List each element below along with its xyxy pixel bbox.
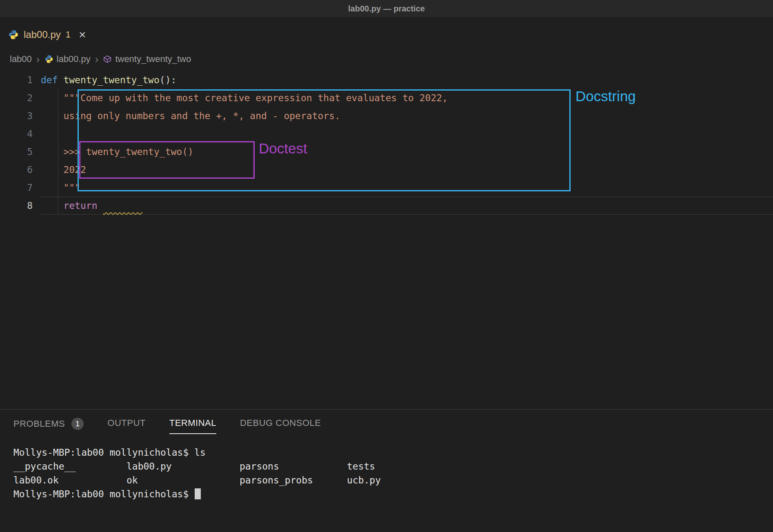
doctest-annotation-label: Doctest: [259, 140, 307, 157]
panel-tab-label: TERMINAL: [169, 418, 216, 428]
panel-tab-debug-console[interactable]: DEBUG CONSOLE: [240, 418, 321, 433]
code-text: >>> twenty_twenty_two(): [41, 143, 773, 161]
breadcrumb-item-symbol[interactable]: twenty_twenty_two: [103, 54, 191, 64]
chevron-right-icon: ›: [36, 54, 40, 64]
code-line-6[interactable]: 6 2022: [0, 161, 773, 179]
code-token: def: [41, 75, 58, 85]
titlebar: lab00.py — practice: [0, 0, 773, 17]
panel-tab-terminal[interactable]: TERMINAL: [169, 418, 216, 434]
breadcrumb: lab00 › lab00.py › twenty_twenty_two: [0, 47, 773, 71]
terminal-cursor: [195, 488, 201, 499]
code-token: [97, 200, 103, 211]
code-editor[interactable]: 1def twenty_twenty_two():2 """Come up wi…: [0, 71, 773, 409]
code-token: [41, 200, 63, 211]
line-number: 8: [0, 197, 41, 215]
code-token: """: [63, 182, 80, 193]
terminal-line: __pycache__ lab00.py parsons tests: [13, 459, 773, 473]
python-icon: [8, 29, 19, 40]
code-token: [41, 111, 63, 121]
panel-tab-label: DEBUG CONSOLE: [240, 418, 321, 428]
code-line-1[interactable]: 1def twenty_twenty_two():: [0, 71, 773, 89]
terminal-line: Mollys-MBP:lab00 mollynicholas$ ls: [13, 446, 773, 459]
code-text: """Come up with the most creative expres…: [41, 89, 773, 107]
code-line-2[interactable]: 2 """Come up with the most creative expr…: [0, 89, 773, 107]
python-icon: [44, 55, 53, 64]
line-number: 7: [0, 179, 41, 197]
code-text: [41, 125, 773, 143]
code-token: 2022: [63, 164, 86, 175]
tab-close-icon[interactable]: ×: [79, 29, 86, 41]
code-token: [41, 164, 63, 175]
terminal-line: lab00.ok ok parsons_probs ucb.py: [13, 473, 773, 487]
code-lines: 1def twenty_twenty_two():2 """Come up wi…: [0, 71, 773, 215]
breadcrumb-item-lab00[interactable]: lab00: [10, 54, 32, 64]
panel-tab-output[interactable]: OUTPUT: [107, 418, 145, 433]
tab-modified-badge: 1: [66, 29, 71, 40]
code-token: [41, 93, 63, 103]
code-token: [41, 182, 63, 193]
breadcrumb-label: lab00.py: [57, 54, 91, 64]
chevron-right-icon: ›: [95, 54, 99, 64]
line-number: 1: [0, 71, 41, 89]
code-line-5[interactable]: 5 >>> twenty_twenty_two(): [0, 143, 773, 161]
warning-squiggle: [103, 200, 142, 211]
panel-tabs: PROBLEMS1OUTPUTTERMINALDEBUG CONSOLE: [0, 410, 773, 435]
terminal-line: Mollys-MBP:lab00 mollynicholas$: [13, 487, 773, 501]
panel-tab-label: PROBLEMS: [13, 419, 65, 429]
code-text: 2022: [41, 161, 773, 179]
code-text: using only numbers and the +, *, and - o…: [41, 107, 773, 125]
line-number: 3: [0, 107, 41, 125]
tab-bar: lab00.py 1 ×: [0, 17, 773, 47]
breadcrumb-item-lab00py[interactable]: lab00.py: [44, 54, 91, 64]
code-line-3[interactable]: 3 using only numbers and the +, *, and -…: [0, 107, 773, 125]
code-text: def twenty_twenty_two():: [41, 71, 773, 89]
tab-lab00py[interactable]: lab00.py 1 ×: [0, 22, 96, 47]
code-line-7[interactable]: 7 """: [0, 179, 773, 197]
code-token: [58, 75, 64, 85]
window-title: lab00.py — practice: [348, 4, 425, 13]
tab-label: lab00.py: [24, 29, 61, 40]
line-number: 6: [0, 161, 41, 179]
terminal-content[interactable]: Mollys-MBP:lab00 mollynicholas$ ls__pyca…: [0, 435, 773, 501]
code-token: return: [63, 200, 97, 211]
breadcrumb-label: lab00: [10, 54, 32, 64]
code-line-4[interactable]: 4: [0, 125, 773, 143]
code-token: twenty_twenty_two: [63, 75, 159, 85]
code-token: ():: [160, 75, 177, 85]
code-line-8[interactable]: 8 return: [0, 197, 773, 215]
line-number: 5: [0, 143, 41, 161]
docstring-annotation-label: Docstring: [575, 87, 636, 105]
line-number: 4: [0, 125, 41, 143]
panel-tab-label: OUTPUT: [107, 418, 145, 428]
indent-guide: [58, 89, 58, 215]
bottom-panel: PROBLEMS1OUTPUTTERMINALDEBUG CONSOLE Mol…: [0, 409, 773, 532]
panel-tab-problems[interactable]: PROBLEMS1: [13, 418, 84, 435]
code-text: return: [41, 197, 773, 215]
problems-count-badge: 1: [71, 418, 84, 430]
breadcrumb-label: twenty_twenty_two: [115, 54, 191, 64]
vscode-window: { "colors": { "background": "#1f1f1f", "…: [0, 0, 773, 532]
line-number: 2: [0, 89, 41, 107]
code-token: using only numbers and the +, *, and - o…: [63, 111, 340, 121]
symbol-cube-icon: [103, 55, 112, 64]
code-token: [41, 146, 63, 157]
code-token: >>> twenty_twenty_two(): [63, 146, 193, 157]
code-text: """: [41, 179, 773, 197]
code-token: """Come up with the most creative expres…: [63, 93, 448, 103]
